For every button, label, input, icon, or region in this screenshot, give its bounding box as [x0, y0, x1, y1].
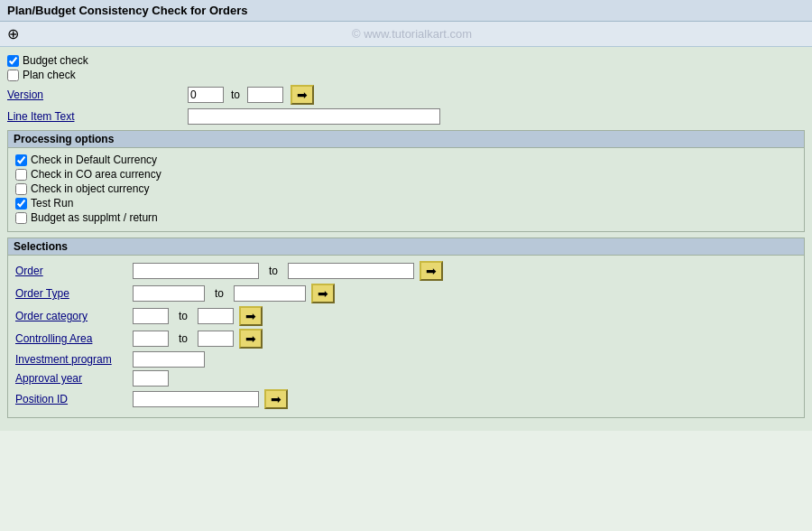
page-title: Plan/Budget Consistency Check for Orders — [7, 4, 248, 17]
version-row: Version to ➡ — [7, 85, 805, 105]
default-currency-label: Check in Default Currency — [31, 154, 157, 166]
order-category-from-input[interactable] — [133, 308, 169, 324]
budget-check-checkbox[interactable] — [7, 55, 19, 67]
investment-program-input[interactable] — [133, 351, 205, 368]
proc-option-object-currency: Check in object currency — [15, 182, 797, 195]
order-category-row: Order category to ➡ — [15, 306, 797, 326]
order-type-from-input[interactable] — [133, 285, 205, 302]
controlling-area-to-input[interactable] — [198, 331, 234, 347]
toolbar: ⊕ © www.tutorialkart.com — [0, 22, 812, 47]
order-label: Order — [15, 265, 133, 277]
co-area-currency-label: Check in CO area currency — [31, 168, 161, 181]
controlling-area-label: Controlling Area — [15, 332, 133, 345]
plan-check-label: Plan check — [23, 69, 76, 81]
processing-options-section: Processing options Check in Default Curr… — [7, 130, 805, 232]
investment-program-row: Investment program — [15, 351, 797, 368]
version-to-label: to — [231, 88, 240, 101]
main-content: Budget check Plan check Version to ➡ Lin… — [0, 47, 812, 431]
order-to-input[interactable] — [288, 263, 414, 279]
proc-option-test-run: Test Run — [15, 197, 797, 210]
controlling-area-arrow-button[interactable]: ➡ — [239, 329, 263, 349]
object-currency-checkbox[interactable] — [15, 183, 27, 195]
processing-options-body: Check in Default Currency Check in CO ar… — [8, 148, 804, 231]
position-id-input[interactable] — [133, 391, 259, 407]
top-checks: Budget check Plan check — [7, 54, 805, 81]
position-id-row: Position ID ➡ — [15, 389, 797, 409]
watermark: © www.tutorialkart.com — [19, 27, 805, 41]
version-to-input[interactable] — [247, 87, 283, 103]
controlling-area-row: Controlling Area to ➡ — [15, 329, 797, 349]
approval-year-label: Approval year — [15, 372, 133, 385]
controlling-area-to-label: to — [174, 332, 192, 345]
order-category-to-input[interactable] — [198, 308, 234, 324]
proc-option-budget-supplmt: Budget as supplmt / return — [15, 211, 797, 224]
budget-supplmt-checkbox[interactable] — [15, 212, 27, 224]
order-type-to-input[interactable] — [234, 285, 306, 302]
approval-year-row: Approval year — [15, 370, 797, 387]
order-type-to-label: to — [210, 287, 228, 300]
object-currency-label: Check in object currency — [31, 182, 149, 195]
budget-check-label: Budget check — [23, 54, 88, 67]
order-category-to-label: to — [174, 310, 192, 322]
selections-body: Order to ➡ Order Type to ➡ Order categor… — [8, 256, 804, 417]
selections-section: Selections Order to ➡ Order Type to ➡ Or… — [7, 238, 805, 418]
controlling-area-from-input[interactable] — [133, 331, 169, 347]
order-category-arrow-button[interactable]: ➡ — [239, 306, 263, 326]
investment-program-label: Investment program — [15, 353, 133, 366]
order-type-label: Order Type — [15, 287, 133, 300]
plan-check-row: Plan check — [7, 69, 805, 81]
test-run-label: Test Run — [31, 197, 73, 210]
co-area-currency-checkbox[interactable] — [15, 169, 27, 181]
position-id-label: Position ID — [15, 393, 133, 405]
version-label: Version — [7, 88, 188, 101]
processing-options-header: Processing options — [8, 131, 804, 148]
line-item-input[interactable] — [188, 108, 440, 125]
proc-option-co-area: Check in CO area currency — [15, 168, 797, 181]
budget-supplmt-label: Budget as supplmt / return — [31, 211, 158, 224]
line-item-row: Line Item Text — [7, 108, 805, 125]
order-type-row: Order Type to ➡ — [15, 284, 797, 303]
default-currency-checkbox[interactable] — [15, 154, 27, 166]
line-item-label: Line Item Text — [7, 110, 188, 123]
position-id-arrow-button[interactable]: ➡ — [264, 389, 288, 409]
proc-option-default-currency: Check in Default Currency — [15, 154, 797, 166]
selections-header: Selections — [8, 238, 804, 256]
plan-check-checkbox[interactable] — [7, 70, 19, 81]
order-to-label: to — [264, 265, 282, 277]
order-row: Order to ➡ — [15, 261, 797, 281]
version-arrow-button[interactable]: ➡ — [291, 85, 314, 105]
order-type-arrow-button[interactable]: ➡ — [311, 284, 335, 303]
order-category-label: Order category — [15, 310, 133, 322]
clock-icon[interactable]: ⊕ — [7, 25, 19, 42]
test-run-checkbox[interactable] — [15, 198, 27, 210]
budget-check-row: Budget check — [7, 54, 805, 67]
version-from-input[interactable] — [188, 87, 224, 103]
order-arrow-button[interactable]: ➡ — [420, 261, 443, 281]
approval-year-input[interactable] — [133, 370, 169, 387]
title-bar: Plan/Budget Consistency Check for Orders — [0, 0, 812, 22]
order-from-input[interactable] — [133, 263, 259, 279]
